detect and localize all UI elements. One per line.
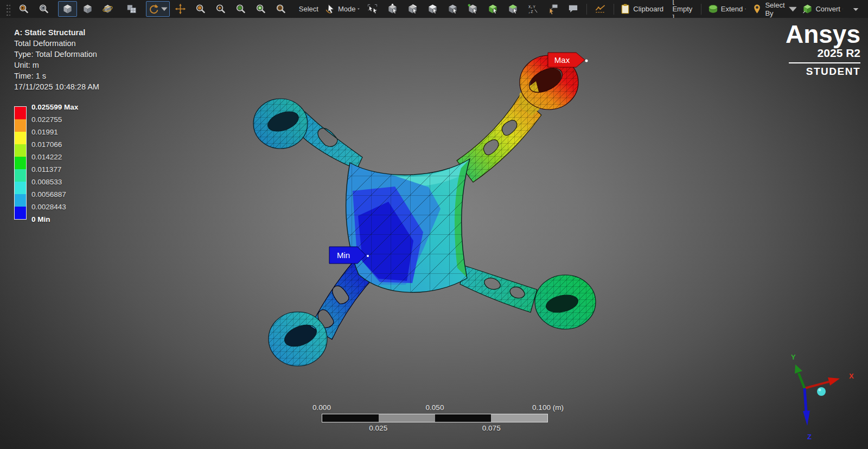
zoom-tool[interactable] <box>191 1 210 17</box>
rotate-tool-icon <box>148 3 159 15</box>
result-info-line-3: Time: 1 s <box>14 70 99 81</box>
legend-color-band-2 <box>15 132 26 144</box>
toolbar-separator <box>614 4 614 15</box>
graphics-toolbar: SelectModeX,Y,ZClipboard[ Empty ]ExtendS… <box>0 0 868 18</box>
scale-ruler-bar <box>322 414 548 422</box>
ansys-logo: Ansys 2025 R2 STUDENT <box>786 22 860 78</box>
triad-y-arrow[interactable] <box>795 364 802 374</box>
manage-views[interactable] <box>98 1 117 17</box>
select-filter-faces[interactable] <box>423 1 442 17</box>
select-filter-element-faces[interactable] <box>503 1 522 17</box>
select-by-dropdown[interactable]: Select By <box>749 1 799 17</box>
triad-z-arrow[interactable] <box>803 410 810 426</box>
select-by-dropdown-label: Select By <box>764 1 787 17</box>
probe-label[interactable] <box>544 1 563 17</box>
legend-value-4: 0.014222 <box>31 153 62 161</box>
zoom-fit-icon <box>235 3 246 15</box>
magnifier-window-icon <box>275 3 286 15</box>
clipboard-dropdown[interactable]: Clipboard <box>618 1 668 17</box>
select-filter-vertices-icon <box>387 3 398 15</box>
convert-dropdown[interactable]: Convert <box>800 1 845 17</box>
svg-text:,Z: ,Z <box>528 10 533 14</box>
zoom-to-selection[interactable] <box>251 1 270 17</box>
result-info-line-2: Unit: m <box>14 60 99 70</box>
max-tag[interactable]: Max <box>548 53 588 67</box>
extend-dropdown-icon <box>707 3 719 15</box>
zoom-previous-icon <box>18 3 29 15</box>
comment-annotation[interactable] <box>564 1 583 17</box>
chart-tool-icon <box>595 3 606 15</box>
zoom-fit[interactable] <box>231 1 250 17</box>
viewports-layout[interactable] <box>122 1 141 17</box>
extend-dropdown[interactable]: Extend <box>705 1 749 17</box>
legend-value-5: 0.011377 <box>31 165 61 174</box>
coordinate-label[interactable]: X,Y,Z <box>524 1 542 17</box>
select-mode-dropdown[interactable]: Mode <box>322 1 362 17</box>
legend-color-band-0 <box>15 107 26 119</box>
ansys-mechanical-window: SelectModeX,Y,ZClipboard[ Empty ]ExtendS… <box>0 0 868 449</box>
logo-divider <box>789 62 860 63</box>
ruler-label-bottom-1: 0.075 <box>482 424 501 432</box>
select-filter-elements[interactable] <box>483 1 502 17</box>
legend-value-9: 0 Min <box>31 215 50 223</box>
triad[interactable]: X Y Z <box>791 353 854 441</box>
convert-dropdown-icon <box>802 3 813 15</box>
ruler-label-bottom-0: 0.025 <box>369 424 387 432</box>
ansys-release-text: 2025 R2 <box>786 47 860 60</box>
ruler-segment-0 <box>322 414 379 422</box>
select-filter-nodes-icon <box>467 3 478 15</box>
select-filter-edges-icon <box>407 3 418 15</box>
select-by-dropdown-icon <box>751 3 763 15</box>
magnifier-window[interactable] <box>271 1 290 17</box>
box-zoom-tool-icon <box>215 3 226 15</box>
triad-x-arrow[interactable] <box>828 377 840 386</box>
ansys-edition-text: STUDENT <box>786 66 860 78</box>
triad-z-label[interactable]: Z <box>807 433 812 441</box>
chart-tool[interactable] <box>591 1 610 17</box>
select-filter-loops-icon <box>367 3 378 15</box>
toolbar-overflow[interactable] <box>846 1 865 17</box>
select-filter-bodies[interactable] <box>443 1 462 17</box>
legend-color-band-5 <box>15 169 26 182</box>
toolbar-separator <box>586 4 587 15</box>
geometry-viewport[interactable]: Max Min X Y Z <box>0 18 868 449</box>
triad-origin-sphere[interactable] <box>817 387 826 396</box>
model-scene: Max Min X Y Z <box>0 18 868 449</box>
look-at-face[interactable] <box>78 1 97 17</box>
svg-text:Min: Min <box>337 251 350 260</box>
select-filter-vertices[interactable] <box>383 1 402 17</box>
isometric-view[interactable] <box>58 1 77 17</box>
rotate-tool[interactable] <box>146 1 170 17</box>
toolbar-separator <box>701 4 701 15</box>
ruler-segment-3 <box>491 414 547 422</box>
clipboard-dropdown-label: Clipboard <box>633 5 664 13</box>
zoom-tool-icon <box>195 3 206 15</box>
result-info-line-1: Type: Total Deformation <box>14 49 99 60</box>
select-filter-loops[interactable] <box>363 1 382 17</box>
pan-tool[interactable] <box>171 1 190 17</box>
select-section-label: Select <box>299 5 318 13</box>
contour-legend: 0.025599 Max0.0227550.019910.0170660.014… <box>14 106 27 220</box>
zoom-next[interactable] <box>34 1 53 17</box>
legend-value-3: 0.017066 <box>31 140 62 149</box>
ruler-segment-1 <box>379 414 435 422</box>
coordinate-label-icon: X,Y,Z <box>527 3 539 15</box>
toolbar-overflow-icon <box>850 3 861 15</box>
zoom-previous[interactable] <box>14 1 33 17</box>
select-filter-edges[interactable] <box>403 1 422 17</box>
svg-text:Max: Max <box>554 55 570 65</box>
select-mode-dropdown-label: Mode <box>337 5 356 13</box>
triad-x-label[interactable]: X <box>849 372 854 380</box>
legend-color-band-7 <box>15 194 26 207</box>
select-filter-nodes[interactable] <box>463 1 482 17</box>
legend-color-band-4 <box>15 157 26 169</box>
result-info-block: A: Static Structural Total DeformationTy… <box>14 27 99 92</box>
select-filter-element-faces-icon <box>507 3 519 15</box>
toolbar-drag-handle[interactable] <box>5 3 10 16</box>
triad-y-label[interactable]: Y <box>791 353 796 361</box>
zoom-next-icon <box>38 3 49 15</box>
box-zoom-tool[interactable] <box>211 1 230 17</box>
result-info-line-0: Total Deformation <box>14 38 99 49</box>
comment-annotation-icon <box>567 3 579 15</box>
ruler-segment-2 <box>435 414 492 422</box>
